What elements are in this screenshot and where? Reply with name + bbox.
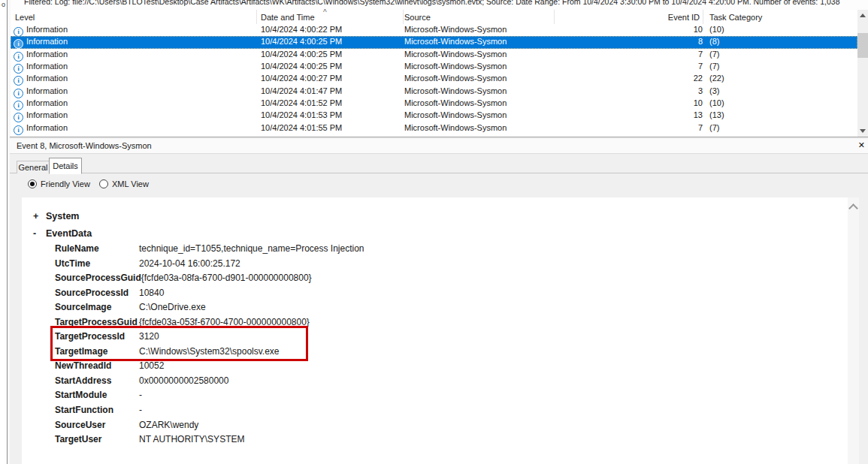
table-row[interactable]: iInformation 10/4/2024 4:00:27 PM Micros… — [11, 73, 857, 85]
filter-status-text: Filtered: Log: file://C:\Users\BTLOTest\… — [24, 0, 839, 6]
console-tree-partial-text: o — [2, 1, 5, 8]
event-list: iInformation 10/4/2024 4:00:22 PM Micros… — [11, 24, 857, 137]
table-row[interactable]: iInformation 10/4/2024 4:00:25 PM Micros… — [11, 36, 857, 48]
xml-view-radio[interactable]: XML View — [99, 179, 149, 188]
event-field: UtcTime 2024-10-04 16:00:25.172 — [22, 257, 833, 272]
details-scrollbar[interactable] — [848, 197, 859, 464]
scroll-up-icon[interactable] — [860, 14, 866, 17]
event-field: TargetProcessGuid {fcfde03a-053f-6700-47… — [22, 315, 833, 330]
event-field: TargetImage C:\Windows\System32\spoolsv.… — [22, 345, 833, 360]
field-name: UtcTime — [55, 257, 139, 272]
event-field: SourceProcessId 10840 — [22, 286, 833, 301]
collapse-icon[interactable]: - — [33, 228, 42, 239]
field-value: OZARK\wendy — [139, 418, 198, 433]
event-details-pane: Event 8, Microsoft-Windows-Sysmon ✕ Gene… — [10, 139, 868, 464]
information-icon: i — [14, 125, 23, 135]
table-row[interactable]: iInformation 10/4/2024 4:01:55 PM Micros… — [11, 122, 857, 134]
event-field: NewThreadId 10052 — [22, 359, 833, 374]
view-mode-selector: Friendly View XML View — [10, 178, 868, 193]
column-header-eventid[interactable]: Event ID — [554, 13, 700, 22]
information-icon: i — [14, 27, 23, 37]
field-name: TargetUser — [55, 432, 139, 447]
event-field: TargetUser NT AUTHORITY\SYSTEM — [22, 432, 833, 447]
column-header-taskcategory[interactable]: Task Category — [709, 13, 762, 22]
friendly-view-content: + System - EventData RuleName technique_… — [22, 197, 859, 464]
sort-ascending-icon: ^ — [323, 8, 327, 17]
console-tree-edge: o — [0, 0, 7, 464]
friendly-view-radio[interactable]: Friendly View — [28, 179, 90, 188]
scroll-up-icon[interactable] — [848, 203, 858, 213]
field-value: C:\OneDrive.exe — [139, 300, 206, 315]
information-icon: i — [14, 76, 23, 86]
table-row[interactable]: iInformation 10/4/2024 4:01:52 PM Micros… — [11, 98, 857, 110]
field-name: StartModule — [55, 388, 139, 403]
table-row[interactable]: iInformation 10/4/2024 4:00:25 PM Micros… — [11, 49, 857, 61]
tab-general[interactable]: General — [17, 161, 50, 173]
scrollbar-thumb[interactable] — [857, 33, 868, 58]
information-icon: i — [14, 52, 23, 62]
field-value: {fcfde03a-053f-6700-4700-000000000800} — [139, 315, 310, 330]
event-field: SourceUser OZARK\wendy — [22, 418, 833, 433]
table-header: Level Date and Time Source Event ID Task… — [11, 10, 857, 25]
field-value: 10052 — [139, 359, 164, 374]
field-value: technique_id=T1055,technique_name=Proces… — [139, 242, 364, 257]
field-name: RuleName — [55, 242, 139, 257]
details-tabstrip: General Details — [10, 157, 868, 173]
field-value: 10840 — [139, 286, 164, 301]
radio-unselected-icon — [99, 179, 108, 188]
close-icon[interactable]: ✕ — [858, 140, 865, 150]
event-field: SourceProcessGuid {fcfde03a-08fa-6700-d9… — [22, 271, 833, 286]
column-header-level[interactable]: Level — [15, 13, 35, 22]
field-name: SourceUser — [55, 418, 139, 433]
details-title: Event 8, Microsoft-Windows-Sysmon — [17, 141, 152, 150]
event-field: StartModule - — [22, 388, 833, 403]
information-icon: i — [14, 101, 23, 110]
event-fields: RuleName technique_id=T1055,technique_na… — [22, 242, 833, 447]
field-name: StartFunction — [55, 403, 139, 418]
event-field: StartFunction - — [22, 403, 833, 418]
event-field: TargetProcessId 3120 — [22, 330, 833, 345]
event-field: RuleName technique_id=T1055,technique_na… — [22, 242, 833, 257]
field-value: {fcfde03a-08fa-6700-d901-000000000800} — [141, 271, 312, 286]
field-name: StartAddress — [55, 374, 139, 389]
radio-selected-icon — [28, 179, 37, 188]
information-icon: i — [14, 64, 23, 74]
field-name: SourceProcessGuid — [55, 271, 141, 286]
information-icon: i — [14, 89, 23, 98]
table-scrollbar[interactable] — [857, 10, 868, 137]
expand-icon[interactable]: + — [33, 211, 42, 221]
filter-status-bar: Filtered: Log: file://C:\Users\BTLOTest\… — [11, 0, 868, 11]
tab-details[interactable]: Details — [49, 158, 82, 174]
event-field: SourceImage C:\OneDrive.exe — [22, 300, 833, 315]
information-icon: i — [14, 39, 23, 49]
table-row[interactable]: iInformation 10/4/2024 4:00:22 PM Micros… — [11, 24, 857, 36]
field-name: SourceProcessId — [55, 286, 139, 301]
event-field: StartAddress 0x0000000002580000 — [22, 374, 833, 389]
field-value: 0x0000000002580000 — [139, 374, 228, 389]
field-name: TargetProcessGuid — [55, 315, 139, 330]
field-value: C:\Windows\System32\spoolsv.exe — [139, 345, 280, 360]
field-name: NewThreadId — [55, 359, 139, 374]
column-header-datetime[interactable]: Date and Time — [261, 13, 315, 22]
field-value: 2024-10-04 16:00:25.172 — [139, 257, 240, 272]
table-row[interactable]: iInformation 10/4/2024 4:01:47 PM Micros… — [11, 86, 857, 98]
column-header-source[interactable]: Source — [404, 13, 431, 22]
table-row[interactable]: iInformation 10/4/2024 4:00:25 PM Micros… — [11, 61, 857, 73]
field-value: NT AUTHORITY\SYSTEM — [139, 432, 244, 447]
field-value: - — [139, 388, 142, 403]
field-name: TargetProcessId — [55, 330, 139, 345]
event-viewer-window: o Filtered: Log: file://C:\Users\BTLOTes… — [0, 0, 868, 464]
table-row[interactable]: iInformation 10/4/2024 4:01:53 PM Micros… — [11, 110, 857, 122]
field-name: SourceImage — [55, 300, 139, 315]
filter-icon — [13, 0, 21, 8]
field-value: - — [139, 403, 142, 418]
details-title-bar: Event 8, Microsoft-Windows-Sysmon ✕ — [10, 139, 868, 154]
scroll-down-icon[interactable] — [860, 129, 866, 133]
field-name: TargetImage — [55, 345, 139, 360]
information-icon: i — [14, 113, 23, 122]
field-value: 3120 — [139, 330, 159, 345]
